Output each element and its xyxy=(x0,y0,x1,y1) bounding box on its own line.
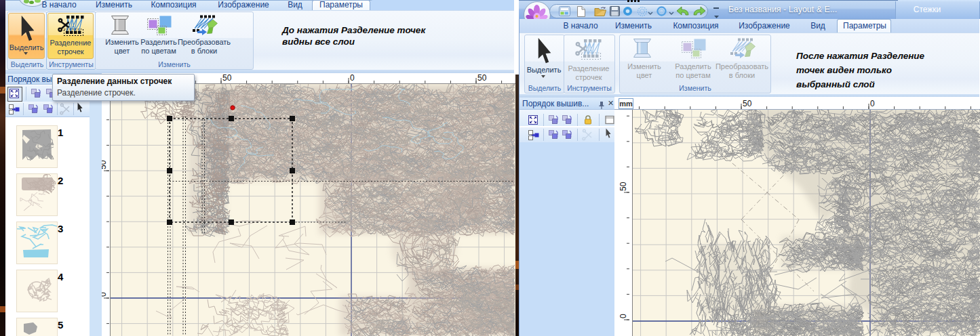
svg-text:50: 50 xyxy=(222,73,232,83)
svg-text:50: 50 xyxy=(477,73,487,83)
svg-text:0: 0 xyxy=(350,73,355,83)
svg-text:50: 50 xyxy=(620,182,628,191)
svg-text:50: 50 xyxy=(743,99,752,108)
svg-text:50: 50 xyxy=(102,160,108,169)
svg-text:0: 0 xyxy=(620,314,628,318)
svg-text:0: 0 xyxy=(870,99,875,108)
svg-text:0: 0 xyxy=(102,292,108,297)
